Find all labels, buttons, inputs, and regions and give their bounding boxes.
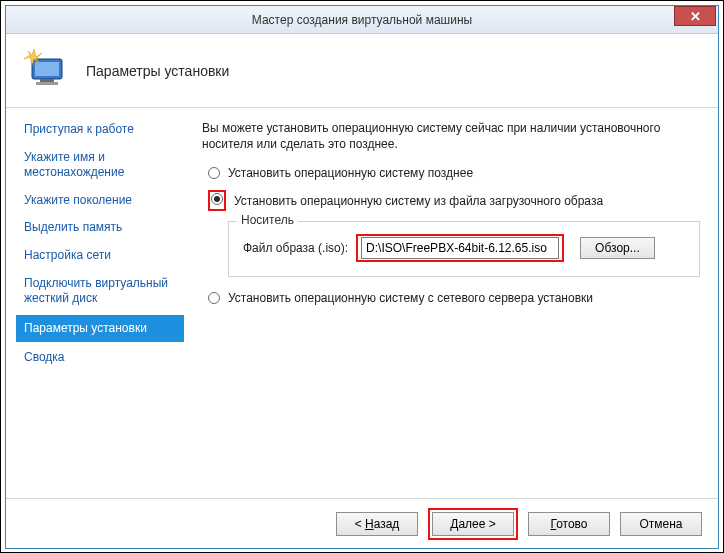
cancel-button[interactable]: Отмена xyxy=(620,512,702,536)
sidebar-item-memory[interactable]: Выделить память xyxy=(16,216,184,240)
wizard-icon xyxy=(22,45,70,96)
option-label: Установить операционную систему позднее xyxy=(228,166,473,180)
finish-button[interactable]: Готово xyxy=(528,512,610,536)
browse-button[interactable]: Обзор... xyxy=(580,237,655,259)
sidebar-item-network[interactable]: Настройка сети xyxy=(16,244,184,268)
iso-label: Файл образа (.iso): xyxy=(243,241,348,255)
close-button[interactable]: ✕ xyxy=(674,6,716,26)
svg-marker-4 xyxy=(24,49,42,65)
highlight-box xyxy=(356,234,564,262)
wizard-body: Приступая к работе Укажите имя и местона… xyxy=(6,108,718,498)
option-install-from-image[interactable]: Установить операционную систему из файла… xyxy=(208,190,700,211)
wizard-steps-sidebar: Приступая к работе Укажите имя и местона… xyxy=(6,108,184,498)
iso-path-input[interactable] xyxy=(361,237,559,259)
svg-rect-1 xyxy=(35,62,59,76)
sidebar-item-summary[interactable]: Сводка xyxy=(16,346,184,370)
wizard-header: Параметры установки xyxy=(6,34,718,108)
wizard-footer: < Назад Далее > Готово Отмена xyxy=(6,498,718,548)
back-button[interactable]: < Назад xyxy=(336,512,418,536)
option-label: Установить операционную систему с сетево… xyxy=(228,291,593,305)
option-label: Установить операционную систему из файла… xyxy=(234,194,603,208)
highlight-box xyxy=(208,190,226,211)
media-fieldset: Носитель Файл образа (.iso): Обзор... xyxy=(228,221,700,277)
option-install-from-network[interactable]: Установить операционную систему с сетево… xyxy=(208,291,700,305)
fieldset-legend: Носитель xyxy=(237,213,298,227)
radio-icon xyxy=(211,193,223,205)
titlebar: Мастер создания виртуальной машины ✕ xyxy=(6,6,718,34)
option-install-later[interactable]: Установить операционную систему позднее xyxy=(208,166,700,180)
intro-text: Вы можете установить операционную систем… xyxy=(202,120,700,152)
page-title: Параметры установки xyxy=(86,63,229,79)
svg-rect-2 xyxy=(40,79,54,82)
sidebar-item-start[interactable]: Приступая к работе xyxy=(16,118,184,142)
radio-icon xyxy=(208,292,220,304)
iso-field-row: Файл образа (.iso): Обзор... xyxy=(243,234,685,262)
window-title: Мастер создания виртуальной машины xyxy=(6,13,718,27)
wizard-window: { "titlebar": { "title": "Мастер создани… xyxy=(5,5,719,549)
radio-icon xyxy=(208,167,220,179)
next-button[interactable]: Далее > xyxy=(432,512,514,536)
sidebar-item-generation[interactable]: Укажите поколение xyxy=(16,189,184,213)
sidebar-item-vhd[interactable]: Подключить виртуальный жесткий диск xyxy=(16,272,184,311)
close-icon: ✕ xyxy=(690,9,701,24)
svg-rect-3 xyxy=(36,82,58,85)
sidebar-item-name-location[interactable]: Укажите имя и местонахождение xyxy=(16,146,184,185)
highlight-box: Далее > xyxy=(428,508,518,540)
sidebar-item-install-options[interactable]: Параметры установки xyxy=(16,315,184,343)
wizard-content: Вы можете установить операционную систем… xyxy=(184,108,718,498)
